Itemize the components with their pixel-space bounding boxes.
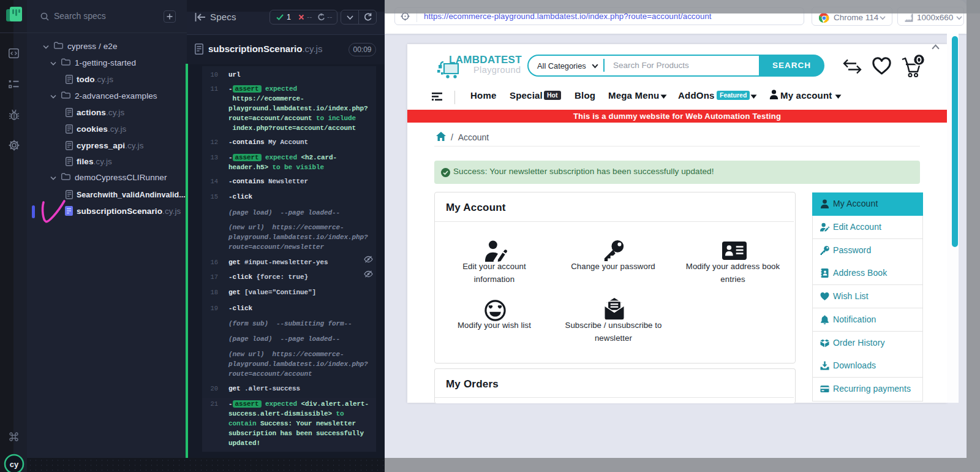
svg-text:cy: cy (10, 460, 19, 469)
